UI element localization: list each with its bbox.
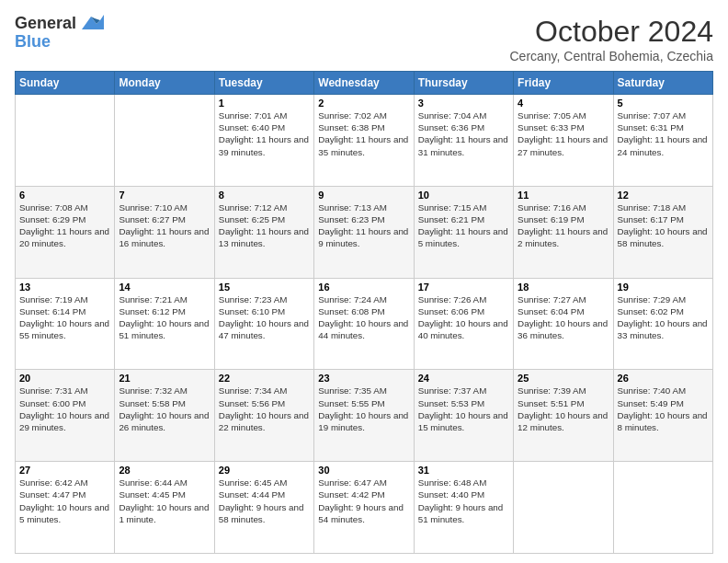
day-info: Sunrise: 7:12 AM Sunset: 6:25 PM Dayligh…: [219, 201, 310, 250]
calendar-cell: [613, 462, 712, 554]
logo-text-blue: Blue: [15, 33, 51, 52]
calendar-cell: 9Sunrise: 7:13 AM Sunset: 6:23 PM Daylig…: [314, 186, 414, 278]
day-number: 15: [219, 282, 310, 293]
day-number: 16: [318, 282, 409, 293]
day-number: 8: [219, 190, 310, 201]
day-number: 30: [318, 465, 409, 476]
day-number: 28: [119, 465, 210, 476]
day-info: Sunrise: 7:02 AM Sunset: 6:38 PM Dayligh…: [318, 109, 409, 158]
calendar-cell: 6Sunrise: 7:08 AM Sunset: 6:29 PM Daylig…: [16, 186, 115, 278]
day-number: 13: [19, 282, 110, 293]
day-number: 5: [618, 98, 709, 109]
day-number: 19: [618, 282, 709, 293]
day-info: Sunrise: 7:29 AM Sunset: 6:02 PM Dayligh…: [618, 293, 709, 342]
calendar-cell: 18Sunrise: 7:27 AM Sunset: 6:04 PM Dayli…: [514, 278, 613, 370]
day-number: 2: [318, 98, 409, 109]
header: General Blue October 2024 Cercany, Centr…: [15, 15, 713, 63]
day-number: 10: [418, 190, 509, 201]
calendar-cell: 22Sunrise: 7:34 AM Sunset: 5:56 PM Dayli…: [214, 370, 313, 462]
calendar-cell: 31Sunrise: 6:48 AM Sunset: 4:40 PM Dayli…: [414, 462, 513, 554]
calendar-cell: 20Sunrise: 7:31 AM Sunset: 6:00 PM Dayli…: [16, 370, 115, 462]
day-number: 1: [219, 98, 310, 109]
title-block: October 2024 Cercany, Central Bohemia, C…: [509, 15, 713, 63]
day-info: Sunrise: 7:19 AM Sunset: 6:14 PM Dayligh…: [19, 293, 110, 342]
day-info: Sunrise: 7:08 AM Sunset: 6:29 PM Dayligh…: [19, 201, 110, 250]
day-number: 17: [418, 282, 509, 293]
day-number: 24: [418, 373, 509, 384]
calendar-cell: 25Sunrise: 7:39 AM Sunset: 5:51 PM Dayli…: [514, 370, 613, 462]
day-info: Sunrise: 7:39 AM Sunset: 5:51 PM Dayligh…: [518, 385, 609, 433]
calendar-cell: [514, 462, 613, 554]
day-info: Sunrise: 7:34 AM Sunset: 5:56 PM Dayligh…: [219, 385, 310, 433]
calendar-cell: 27Sunrise: 6:42 AM Sunset: 4:47 PM Dayli…: [16, 462, 115, 554]
calendar-cell: 17Sunrise: 7:26 AM Sunset: 6:06 PM Dayli…: [414, 278, 513, 370]
location: Cercany, Central Bohemia, Czechia: [509, 49, 713, 63]
col-wednesday: Wednesday: [314, 72, 414, 95]
day-number: 9: [318, 190, 409, 201]
calendar-week-row: 1Sunrise: 7:01 AM Sunset: 6:40 PM Daylig…: [16, 95, 713, 187]
day-info: Sunrise: 7:26 AM Sunset: 6:06 PM Dayligh…: [418, 293, 509, 342]
day-info: Sunrise: 7:32 AM Sunset: 5:58 PM Dayligh…: [119, 385, 210, 433]
calendar-table: Sunday Monday Tuesday Wednesday Thursday…: [15, 71, 713, 554]
calendar-week-row: 6Sunrise: 7:08 AM Sunset: 6:29 PM Daylig…: [16, 186, 713, 278]
calendar-cell: 30Sunrise: 6:47 AM Sunset: 4:42 PM Dayli…: [314, 462, 414, 554]
day-number: 3: [418, 98, 509, 109]
calendar-cell: 16Sunrise: 7:24 AM Sunset: 6:08 PM Dayli…: [314, 278, 414, 370]
day-number: 26: [618, 373, 709, 384]
day-number: 27: [19, 465, 110, 476]
logo-text-general: General: [15, 15, 76, 33]
day-info: Sunrise: 7:07 AM Sunset: 6:31 PM Dayligh…: [618, 109, 709, 158]
day-number: 22: [219, 373, 310, 384]
month-title: October 2024: [509, 15, 713, 49]
calendar-cell: 12Sunrise: 7:18 AM Sunset: 6:17 PM Dayli…: [613, 186, 712, 278]
calendar-week-row: 13Sunrise: 7:19 AM Sunset: 6:14 PM Dayli…: [16, 278, 713, 370]
calendar-cell: 23Sunrise: 7:35 AM Sunset: 5:55 PM Dayli…: [314, 370, 414, 462]
day-number: 14: [119, 282, 210, 293]
day-number: 18: [518, 282, 609, 293]
calendar-cell: 3Sunrise: 7:04 AM Sunset: 6:36 PM Daylig…: [414, 95, 513, 187]
calendar-cell: 24Sunrise: 7:37 AM Sunset: 5:53 PM Dayli…: [414, 370, 513, 462]
calendar-cell: 26Sunrise: 7:40 AM Sunset: 5:49 PM Dayli…: [613, 370, 712, 462]
calendar-cell: 21Sunrise: 7:32 AM Sunset: 5:58 PM Dayli…: [115, 370, 214, 462]
day-number: 6: [19, 190, 110, 201]
day-number: 23: [318, 373, 409, 384]
day-info: Sunrise: 7:15 AM Sunset: 6:21 PM Dayligh…: [418, 201, 509, 250]
calendar-cell: 4Sunrise: 7:05 AM Sunset: 6:33 PM Daylig…: [514, 95, 613, 187]
day-info: Sunrise: 6:47 AM Sunset: 4:42 PM Dayligh…: [318, 477, 409, 525]
day-number: 31: [418, 465, 509, 476]
svg-marker-0: [82, 15, 104, 29]
day-info: Sunrise: 7:27 AM Sunset: 6:04 PM Dayligh…: [518, 293, 609, 342]
calendar-cell: 1Sunrise: 7:01 AM Sunset: 6:40 PM Daylig…: [214, 95, 313, 187]
day-number: 20: [19, 373, 110, 384]
col-friday: Friday: [514, 72, 613, 95]
calendar-header-row: Sunday Monday Tuesday Wednesday Thursday…: [16, 72, 713, 95]
day-info: Sunrise: 7:05 AM Sunset: 6:33 PM Dayligh…: [518, 109, 609, 158]
calendar-cell: [115, 95, 214, 187]
day-info: Sunrise: 7:18 AM Sunset: 6:17 PM Dayligh…: [618, 201, 709, 250]
calendar-cell: 19Sunrise: 7:29 AM Sunset: 6:02 PM Dayli…: [613, 278, 712, 370]
day-number: 4: [518, 98, 609, 109]
day-info: Sunrise: 6:44 AM Sunset: 4:45 PM Dayligh…: [119, 477, 210, 525]
day-info: Sunrise: 7:24 AM Sunset: 6:08 PM Dayligh…: [318, 293, 409, 342]
day-info: Sunrise: 6:45 AM Sunset: 4:44 PM Dayligh…: [219, 477, 310, 525]
col-thursday: Thursday: [414, 72, 513, 95]
calendar-cell: [16, 95, 115, 187]
calendar-cell: 29Sunrise: 6:45 AM Sunset: 4:44 PM Dayli…: [214, 462, 313, 554]
calendar-cell: 14Sunrise: 7:21 AM Sunset: 6:12 PM Dayli…: [115, 278, 214, 370]
day-info: Sunrise: 7:01 AM Sunset: 6:40 PM Dayligh…: [219, 109, 310, 158]
calendar-cell: 28Sunrise: 6:44 AM Sunset: 4:45 PM Dayli…: [115, 462, 214, 554]
logo: General Blue: [15, 15, 104, 52]
calendar-cell: 10Sunrise: 7:15 AM Sunset: 6:21 PM Dayli…: [414, 186, 513, 278]
logo-bird-icon: [78, 13, 104, 33]
calendar-week-row: 27Sunrise: 6:42 AM Sunset: 4:47 PM Dayli…: [16, 462, 713, 554]
day-info: Sunrise: 7:04 AM Sunset: 6:36 PM Dayligh…: [418, 109, 509, 158]
day-info: Sunrise: 7:31 AM Sunset: 6:00 PM Dayligh…: [19, 385, 110, 433]
col-monday: Monday: [115, 72, 214, 95]
day-number: 21: [119, 373, 210, 384]
calendar-cell: 5Sunrise: 7:07 AM Sunset: 6:31 PM Daylig…: [613, 95, 712, 187]
day-info: Sunrise: 7:16 AM Sunset: 6:19 PM Dayligh…: [518, 201, 609, 250]
calendar-cell: 8Sunrise: 7:12 AM Sunset: 6:25 PM Daylig…: [214, 186, 313, 278]
day-info: Sunrise: 7:35 AM Sunset: 5:55 PM Dayligh…: [318, 385, 409, 433]
day-number: 29: [219, 465, 310, 476]
day-info: Sunrise: 7:21 AM Sunset: 6:12 PM Dayligh…: [119, 293, 210, 342]
